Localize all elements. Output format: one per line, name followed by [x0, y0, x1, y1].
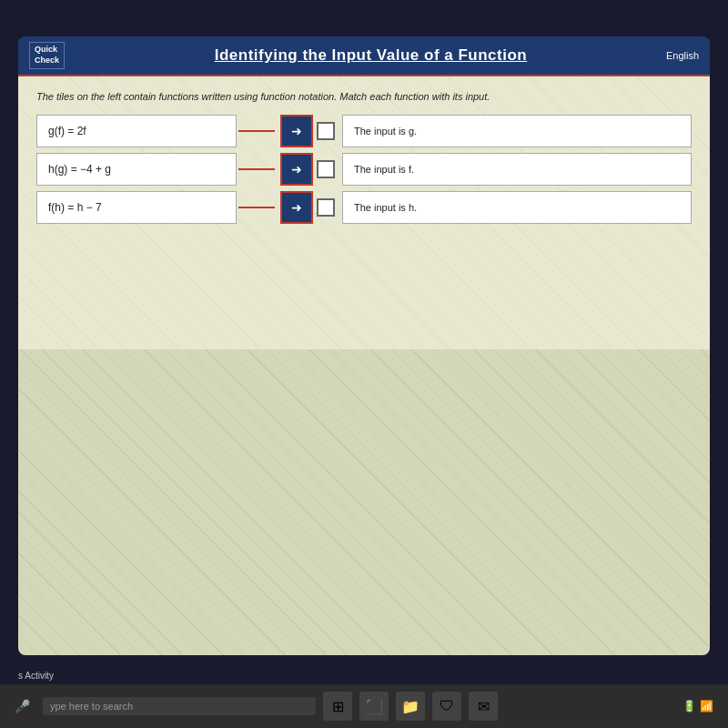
answer-text-1[interactable]: The input is g. [342, 115, 692, 147]
left-tiles: g(f) = 2f h(g) = −4 + g f(h) = h − 7 [36, 115, 237, 224]
main-content: The tiles on the left contain functions … [18, 76, 710, 349]
header-bar: Quick Check Identifying the Input Value … [18, 36, 710, 76]
english-label: English [666, 50, 699, 61]
right-answers: The input is g. The input is f. [317, 115, 692, 224]
answer-text-2[interactable]: The input is f. [342, 153, 692, 186]
lower-area [18, 349, 710, 655]
function-tile-3[interactable]: f(h) = h − 7 [36, 191, 237, 224]
battery-icon: 🔋 [682, 700, 696, 713]
wifi-icon: 📶 [700, 700, 713, 713]
answer-row-1: The input is g. [317, 115, 692, 147]
taskbar-icon-shield[interactable]: 🛡 [432, 692, 461, 721]
answer-checkbox-2[interactable] [317, 160, 335, 178]
taskbar-icon-windows[interactable]: ⊞ [323, 692, 352, 721]
arrow-button-2[interactable] [280, 153, 313, 186]
function-tile-1[interactable]: g(f) = 2f [36, 115, 237, 147]
mic-icon: 🎤 [15, 699, 30, 713]
taskbar-bottom: 🎤 ype here to search ⊞ ⬛ 📁 🛡 ✉ 🔋 📶 [0, 684, 728, 728]
content-wrapper: The tiles on the left contain functions … [18, 76, 710, 655]
connector-line-3 [238, 191, 275, 224]
system-icons: 🔋 📶 [682, 700, 713, 713]
answer-checkbox-1[interactable] [317, 122, 335, 140]
taskbar-icon-folder[interactable]: 📁 [396, 692, 425, 721]
connector-line-1 [238, 115, 275, 147]
taskbar-activity-label: s Activity [18, 671, 54, 681]
instruction-text: The tiles on the left contain functions … [36, 91, 692, 102]
search-area[interactable]: ype here to search [43, 697, 316, 715]
search-placeholder: ype here to search [50, 701, 133, 712]
connector-line-2 [238, 153, 275, 186]
taskbar-icon-mail[interactable]: ✉ [469, 692, 498, 721]
answer-row-2: The input is f. [317, 153, 692, 186]
arrow-button-3[interactable] [280, 191, 313, 224]
laptop-screen: Quick Check Identifying the Input Value … [18, 36, 710, 655]
arrow-buttons [280, 115, 313, 224]
connector-lines [238, 115, 275, 224]
quick-check-label: Quick Check [29, 42, 65, 68]
taskbar-icon-windows2[interactable]: ⬛ [359, 692, 389, 721]
matching-area: g(f) = 2f h(g) = −4 + g f(h) = h − 7 [36, 115, 692, 224]
answer-row-3: The input is h. [317, 191, 692, 224]
function-tile-2[interactable]: h(g) = −4 + g [36, 153, 237, 186]
page-title: Identifying the Input Value of a Functio… [76, 46, 666, 65]
taskbar: s Activity 🎤 ype here to search ⊞ ⬛ 📁 🛡 … [0, 655, 728, 728]
answer-text-3[interactable]: The input is h. [342, 191, 692, 224]
browser-content: Quick Check Identifying the Input Value … [18, 36, 710, 655]
answer-checkbox-3[interactable] [317, 198, 335, 217]
arrow-button-1[interactable] [280, 115, 313, 147]
